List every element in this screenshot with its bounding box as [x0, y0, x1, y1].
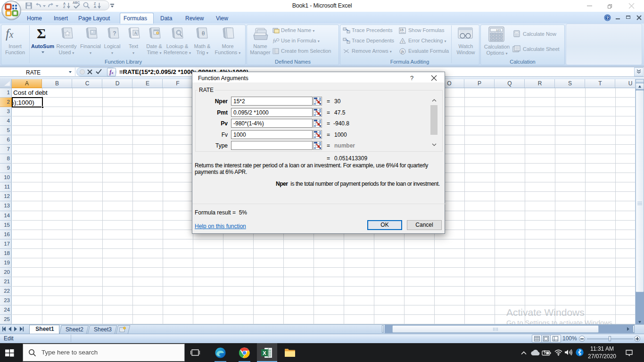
svg-text:A: A: [134, 31, 137, 35]
svg-text:fx: fx: [273, 38, 277, 43]
svg-text:X: X: [263, 350, 266, 356]
svg-text:?: ?: [606, 16, 609, 20]
svg-text:θ: θ: [202, 30, 205, 37]
svg-text:123: 123: [496, 29, 501, 32]
svg-text:!: !: [402, 40, 403, 44]
svg-text:?: ?: [113, 30, 116, 37]
svg-text:15: 15: [400, 28, 404, 32]
svg-text:fx: fx: [401, 49, 404, 54]
